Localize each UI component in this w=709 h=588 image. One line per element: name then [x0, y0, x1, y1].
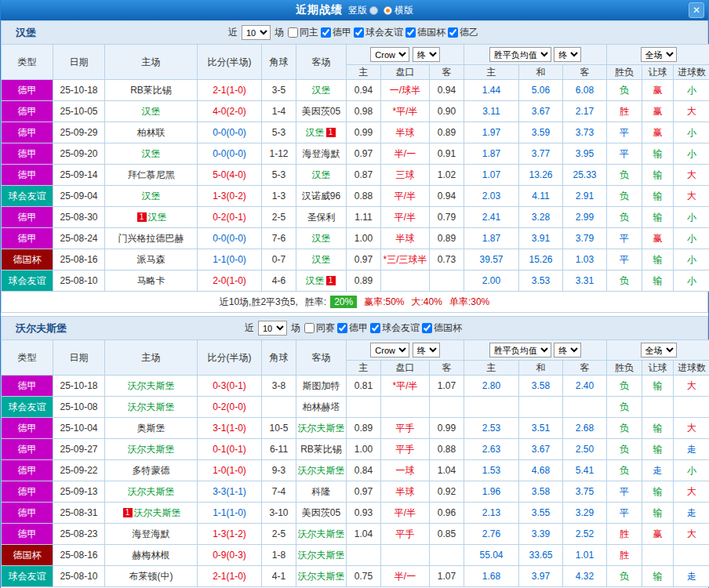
- team-link[interactable]: 沃尔夫斯堡: [128, 444, 175, 455]
- close-button[interactable]: ✕: [689, 2, 704, 18]
- odds-source-select[interactable]: Crow: [370, 343, 409, 358]
- avg-odds-select[interactable]: 胜平负均值: [489, 343, 551, 358]
- radio-horizontal-icon[interactable]: [384, 6, 392, 15]
- horizontal-label: 横版: [394, 4, 413, 17]
- goals-result-cell: 小: [674, 249, 709, 270]
- team-link[interactable]: 沃尔夫斯堡: [128, 401, 175, 412]
- team-link[interactable]: 沃尔夫斯堡: [298, 528, 345, 539]
- match-count-select[interactable]: 10: [258, 321, 287, 336]
- team-link[interactable]: 汉堡: [142, 148, 161, 159]
- team-link[interactable]: 斯图加特: [303, 380, 340, 391]
- result-cell: 负: [607, 460, 642, 481]
- away-team-cell: 柏林赫塔: [296, 397, 347, 418]
- avg-away-cell: 2.91: [563, 186, 607, 207]
- team-link[interactable]: 汉堡: [306, 275, 325, 286]
- checkbox-input[interactable]: [448, 27, 458, 38]
- match-date: 25-08-16: [53, 249, 105, 270]
- avg-draw-cell: 3.97: [519, 566, 563, 587]
- checkbox-label: 德乙: [460, 26, 478, 39]
- league-badge: 德甲: [2, 122, 53, 143]
- filter-checkbox-同主[interactable]: 同主: [288, 26, 318, 39]
- checkbox-input[interactable]: [321, 27, 331, 38]
- checkbox-input[interactable]: [405, 27, 416, 38]
- checkbox-input[interactable]: [354, 27, 364, 38]
- avg-time-select[interactable]: 终: [554, 47, 581, 62]
- team-link[interactable]: 沃尔夫斯堡: [298, 423, 345, 434]
- odds-home-cell: 0.84: [347, 460, 381, 481]
- radio-vertical-icon[interactable]: [369, 6, 378, 15]
- avg-home-cell: 1.44: [464, 80, 519, 101]
- filter-checkbox-德国杯[interactable]: 德国杯: [422, 321, 462, 335]
- avg-time-select[interactable]: 终: [554, 343, 581, 358]
- scope-select[interactable]: 全场: [641, 343, 677, 358]
- team-link[interactable]: 沃尔夫斯堡: [134, 507, 181, 518]
- team-link[interactable]: 沃尔夫斯堡: [298, 571, 345, 582]
- team-link[interactable]: 拜仁慕尼黑: [128, 169, 175, 180]
- filter-checkbox-球会友谊[interactable]: 球会友谊: [354, 26, 403, 39]
- filter-checkbox-德甲[interactable]: 德甲: [337, 321, 368, 335]
- team-link[interactable]: 沃尔夫斯堡: [298, 465, 345, 476]
- col-header-result: 胜负: [607, 361, 642, 376]
- team-link[interactable]: 汉堡: [306, 127, 325, 138]
- team-link[interactable]: 汉诺威96: [302, 191, 340, 201]
- avg-odds-select[interactable]: 胜平负均值: [489, 47, 551, 62]
- checkbox-input[interactable]: [304, 323, 315, 333]
- team-link[interactable]: 布莱顿(中): [129, 571, 173, 582]
- handicap-result-cell: 输: [642, 165, 674, 186]
- team-link[interactable]: 汉堡: [142, 106, 161, 117]
- team-link[interactable]: 汉堡: [148, 212, 167, 223]
- team-link[interactable]: 沃尔夫斯堡: [128, 380, 175, 391]
- avg-group-header: 胜平负均值 终: [464, 340, 607, 361]
- team-link[interactable]: RB莱比锡: [300, 444, 342, 455]
- layout-horizontal-option[interactable]: 横版: [384, 4, 413, 17]
- layout-vertical-option[interactable]: 竖版: [348, 4, 378, 17]
- col-header-goals: 进球数: [674, 361, 709, 376]
- team-link[interactable]: 汉堡: [312, 85, 331, 96]
- team-link[interactable]: 汉堡: [312, 169, 331, 180]
- team-link[interactable]: 美因茨05: [302, 507, 340, 518]
- team-link[interactable]: 科隆: [312, 486, 331, 497]
- team-link[interactable]: 派马森: [137, 254, 165, 265]
- home-team-cell: 1汉堡: [105, 207, 198, 228]
- team-link[interactable]: 海登海默: [303, 148, 340, 159]
- checkbox-input[interactable]: [370, 323, 380, 333]
- avg-draw-cell: 3.55: [519, 503, 563, 524]
- filter-checkbox-德甲[interactable]: 德甲: [321, 26, 351, 39]
- team-link[interactable]: 赫梅林根: [133, 550, 170, 561]
- scope-select[interactable]: 全场: [641, 47, 677, 62]
- team-link[interactable]: 圣保利: [307, 212, 336, 223]
- team-link[interactable]: 马略卡: [137, 275, 165, 286]
- team-link[interactable]: 汉堡: [142, 191, 161, 201]
- filter-checkbox-球会友谊[interactable]: 球会友谊: [370, 321, 420, 335]
- odds-time-select[interactable]: 终: [413, 343, 440, 358]
- score-cell: 4-0(2-0): [198, 101, 262, 122]
- handicap-cell: [381, 270, 430, 292]
- checkbox-input[interactable]: [337, 323, 347, 333]
- team-link[interactable]: 柏林联: [137, 127, 165, 138]
- team-link[interactable]: 汉堡: [312, 233, 331, 244]
- team-link[interactable]: 美因茨05: [302, 106, 340, 117]
- team-link[interactable]: 多特蒙德: [133, 465, 170, 476]
- team-link[interactable]: 沃尔夫斯堡: [128, 486, 175, 497]
- team-link[interactable]: 柏林赫塔: [303, 401, 340, 412]
- team-link[interactable]: 门兴格拉德巴赫: [118, 233, 184, 244]
- odds-time-select[interactable]: 终: [413, 47, 440, 62]
- team-link[interactable]: 沃尔夫斯堡: [298, 550, 345, 561]
- hamburg-matches-table: 类型 日期 主场 比分(半场) 角球 客场 Crow 终 胜平负均值 终: [1, 44, 709, 292]
- checkbox-input[interactable]: [422, 323, 432, 333]
- filter-checkbox-同赛[interactable]: 同赛: [304, 321, 335, 335]
- avg-home-cell: 1.97: [464, 122, 519, 143]
- checkbox-input[interactable]: [288, 27, 298, 38]
- summary-rate-badge: 20%: [330, 296, 357, 308]
- team-link[interactable]: 奥斯堡: [137, 423, 165, 434]
- match-date: 25-08-10: [53, 270, 105, 292]
- odds-source-select[interactable]: Crow: [370, 47, 409, 62]
- filter-checkbox-德乙[interactable]: 德乙: [448, 26, 478, 39]
- away-team-cell: RB莱比锡: [296, 439, 347, 460]
- team-link[interactable]: 汉堡: [312, 254, 331, 265]
- filter-checkbox-德国杯[interactable]: 德国杯: [405, 26, 445, 39]
- odds-home-cell: [347, 545, 381, 566]
- team-link[interactable]: 海登海默: [133, 528, 170, 539]
- match-count-select[interactable]: 10: [242, 25, 271, 40]
- team-link[interactable]: RB莱比锡: [130, 85, 172, 96]
